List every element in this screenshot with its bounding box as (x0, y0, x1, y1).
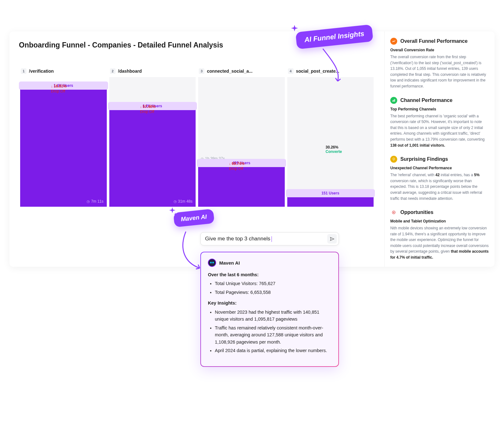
bar-track: 499 Users69.74%Drop Off1h 39m 37s (198, 77, 285, 207)
list-item: April 2024 data is partial, explaining t… (215, 347, 331, 354)
callout-text: Maven AI (180, 213, 207, 223)
step-number: 3 (199, 68, 204, 74)
list-item: Traffic has remained relatively consiste… (215, 324, 331, 345)
send-icon (330, 237, 335, 241)
maven-response: Maven AI Over the last 6 months:Total Un… (200, 252, 339, 367)
dashboard-card: Onboarding Funnel - Companies - Detailed… (9, 31, 495, 267)
svg-rect-2 (394, 99, 395, 102)
insight-body: Nith mobile devices showing an extremely… (390, 225, 489, 261)
funnel-chart: 1/verification1.4K Users16.81%Drop Off7m… (19, 68, 375, 207)
bulb-icon (390, 156, 397, 163)
svg-point-5 (393, 212, 394, 213)
arrow-down-icon (51, 84, 53, 88)
text-cursor (272, 236, 272, 242)
maven-body: Over the last 6 months:Total Unique Visi… (208, 271, 331, 354)
maven-chat: Give me the top 3 channels Maven AI Over… (200, 232, 339, 367)
svg-rect-1 (393, 100, 394, 102)
clock-icon (87, 199, 90, 204)
step-number: 2 (110, 68, 116, 74)
list-item: November 2023 had the highest traffic wi… (215, 309, 331, 323)
insight-block: Channel PerformanceTop Performing Channe… (390, 97, 489, 149)
insight-subtitle: Top Performing Channels (390, 107, 489, 111)
bars-icon (390, 97, 397, 104)
insight-body: The overall conversion rate from the fir… (390, 54, 489, 89)
step-number: 1 (21, 68, 26, 74)
step-name: connected_social_a... (207, 69, 253, 74)
step-time: 31m 48s (174, 199, 192, 204)
step-time: 7m 11s (87, 199, 103, 204)
insight-block: Overall Funnel PerformanceOverall Conver… (390, 38, 489, 89)
bar-track: 1.4K Users16.81%Drop Off7m 11s (20, 77, 107, 207)
insights-sidebar: Overall Funnel PerformanceOverall Conver… (384, 31, 495, 267)
bar-fill (109, 106, 196, 207)
send-button[interactable] (327, 234, 337, 244)
step-name: /verification (29, 69, 54, 74)
bar-track: 151 Users30.26%Converte (287, 77, 374, 207)
insight-subtitle: Mobile and Tablet Optimization (390, 219, 489, 223)
maven-name: Maven AI (219, 260, 240, 266)
drop-off-label: 16.81%Drop Off (51, 84, 66, 93)
svg-point-3 (393, 158, 395, 160)
insight-subtitle: Unexpected Channel Performance (390, 166, 489, 170)
insight-title: Opportunities (400, 210, 433, 215)
chart-icon (390, 38, 397, 45)
funnel-step[interactable]: 1/verification1.4K Users16.81%Drop Off7m… (19, 68, 108, 207)
step-number: 4 (288, 68, 294, 74)
funnel-step[interactable]: 4social_post_create...151 Users30.26%Con… (286, 68, 375, 207)
bar-track: 1.2K Users57.46%Drop Off31m 48s (109, 77, 196, 207)
drop-off-label: 57.46%Drop Off (140, 104, 156, 114)
insight-block: Surprising FindingsUnexpected Channel Pe… (390, 156, 489, 201)
maven-avatar-icon (208, 259, 216, 267)
funnel-step[interactable]: 3connected_social_a...499 Users69.74%Dro… (197, 68, 286, 207)
target-icon (390, 209, 397, 216)
insight-subtitle: Overall Conversion Rate (390, 48, 489, 52)
list-item: Total Unique Visitors: 765,627 (215, 280, 331, 287)
callout-text: AI Funnel Insights (304, 30, 364, 44)
convert-label: 30.26%Converte (326, 145, 342, 154)
users-badge: 151 Users (286, 189, 375, 197)
insight-title: Overall Funnel Performance (400, 38, 467, 44)
maven-prompt-input[interactable]: Give me the top 3 channels (200, 232, 339, 245)
insight-body: The best performing channel is 'organic … (390, 113, 489, 149)
bar-fill (20, 86, 107, 207)
prompt-text: Give me the top 3 channels (205, 236, 270, 242)
svg-rect-0 (392, 100, 393, 102)
insight-title: Surprising Findings (400, 156, 448, 162)
insight-block: OpportunitiesMobile and Tablet Optimizat… (390, 209, 489, 261)
step-name: /dashboard (118, 69, 142, 74)
funnel-step[interactable]: 2/dashboard1.2K Users57.46%Drop Off31m 4… (108, 68, 197, 207)
clock-icon (174, 199, 177, 204)
insight-title: Channel Performance (400, 98, 452, 103)
arrow-down-icon (140, 104, 142, 109)
drop-off-label: 69.74%Drop Off (229, 161, 244, 171)
arrow-funnel (318, 47, 356, 85)
arrow-down-icon (229, 161, 231, 166)
list-item: Total Pageviews: 6,653,558 (215, 289, 331, 296)
insight-body: The 'referral' channel, with 42 initial … (390, 172, 489, 201)
